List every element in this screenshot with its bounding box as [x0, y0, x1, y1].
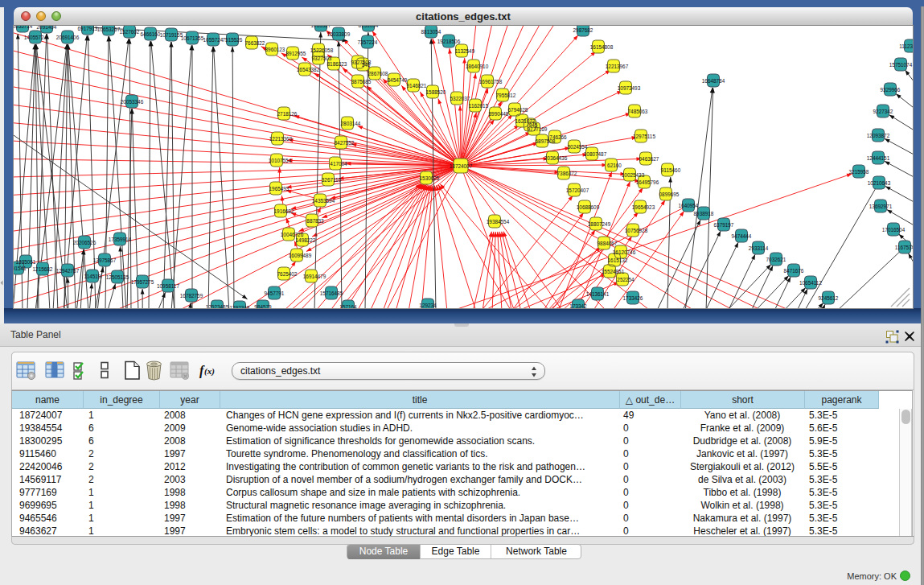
svg-text:7663822: 7663822: [245, 40, 265, 46]
svg-text:1167534: 1167534: [895, 245, 913, 250]
svg-text:14136141: 14136141: [586, 291, 610, 297]
svg-text:16099489: 16099489: [289, 253, 312, 258]
svg-text:20206526: 20206526: [73, 240, 97, 245]
svg-text:16495796: 16495796: [636, 179, 659, 185]
svg-text:1530025: 1530025: [420, 175, 440, 181]
svg-text:18807249: 18807249: [588, 221, 611, 227]
svg-text:417004: 417004: [330, 161, 347, 167]
svg-text:157164: 157164: [339, 304, 357, 309]
svg-text:9115460: 9115460: [661, 167, 681, 173]
svg-text:12093872: 12093872: [867, 133, 890, 138]
svg-text:5322037: 5322037: [450, 96, 470, 101]
svg-text:16033809: 16033809: [327, 31, 351, 37]
svg-text:20364436: 20364436: [544, 155, 568, 161]
svg-text:17957275: 17957275: [131, 279, 154, 285]
svg-text:10654112: 10654112: [799, 280, 822, 286]
svg-text:16782759: 16782759: [180, 293, 203, 299]
svg-text:1588520: 1588520: [426, 89, 446, 95]
svg-text:7625402: 7625402: [277, 271, 298, 277]
svg-text:17359914: 17359914: [109, 237, 132, 242]
svg-text:9146821: 9146821: [407, 83, 427, 89]
svg-text:1916682: 1916682: [274, 208, 294, 214]
svg-text:62160: 62160: [607, 163, 622, 168]
svg-text:252254: 252254: [617, 277, 634, 282]
svg-text:13975867: 13975867: [93, 257, 117, 263]
svg-text:11123079: 11123079: [899, 43, 913, 49]
svg-text:8131054: 8131054: [359, 26, 379, 28]
svg-text:1292348: 1292348: [230, 305, 250, 309]
svg-text:2987682: 2987682: [573, 27, 593, 33]
svg-text:1615132: 1615132: [608, 257, 628, 263]
svg-text:1733426: 1733426: [623, 295, 643, 301]
svg-text:546: 546: [362, 62, 371, 68]
svg-text:7515526: 7515526: [223, 37, 243, 43]
svg-text:19218506: 19218506: [437, 39, 461, 44]
svg-text:1055724: 1055724: [203, 37, 224, 43]
svg-text:9474444: 9474444: [732, 233, 752, 239]
svg-text:14055724: 14055724: [24, 35, 47, 40]
svg-text:16120746: 16120746: [613, 249, 636, 255]
svg-text:391541: 391541: [14, 266, 27, 271]
svg-text:16961758: 16961758: [479, 79, 503, 84]
svg-text:12505135: 12505135: [106, 274, 129, 280]
svg-text:16648784: 16648784: [702, 78, 725, 84]
svg-text:10973493: 10973493: [618, 85, 641, 91]
svg-text:15524851: 15524851: [602, 269, 625, 274]
svg-text:7386372: 7386372: [557, 171, 577, 176]
svg-text:129234: 129234: [419, 303, 437, 308]
svg-text:10107554: 10107554: [269, 158, 292, 163]
svg-text:10653267: 10653267: [97, 27, 121, 32]
svg-text:14353594: 14353594: [312, 198, 335, 204]
svg-text:8471676: 8471676: [784, 268, 804, 274]
svg-text:6897508: 6897508: [536, 138, 556, 144]
svg-text:12942757: 12942757: [56, 268, 80, 274]
svg-text:10210643: 10210643: [868, 180, 891, 186]
svg-text:18724007: 18724007: [450, 163, 473, 169]
svg-text:0899695: 0899695: [659, 192, 680, 197]
svg-text:15226058: 15226058: [310, 47, 334, 53]
svg-text:10046726: 10046726: [281, 232, 304, 237]
svg-text:15716485: 15716485: [320, 290, 343, 296]
svg-text:10958117: 10958117: [157, 283, 179, 289]
svg-text:7357224: 7357224: [358, 39, 378, 45]
svg-text:10719155: 10719155: [160, 32, 183, 38]
svg-text:6466160: 6466160: [141, 31, 161, 37]
svg-text:10025433: 10025433: [622, 172, 645, 178]
svg-text:20053346: 20053346: [121, 99, 144, 105]
svg-text:19654923: 19654923: [632, 204, 655, 210]
svg-text:9329966: 9329966: [881, 87, 901, 93]
svg-text:9227342: 9227342: [873, 109, 893, 114]
svg-text:3024554: 3024554: [568, 144, 588, 150]
svg-text:12923485: 12923485: [206, 304, 229, 309]
svg-text:10807487: 10807487: [584, 151, 607, 157]
svg-text:1498222: 1498222: [296, 237, 316, 243]
svg-text:8938918: 8938918: [694, 211, 714, 216]
svg-text:1132549: 1132549: [455, 48, 475, 54]
svg-text:15720407: 15720407: [566, 187, 589, 193]
svg-text:2055714: 2055714: [14, 26, 33, 29]
svg-text:10688609: 10688609: [577, 204, 600, 210]
svg-text:2867608: 2867608: [368, 71, 388, 76]
svg-text:6379197: 6379197: [714, 222, 734, 228]
svg-text:2091404: 2091404: [37, 26, 57, 30]
svg-text:20691406: 20691406: [56, 35, 80, 40]
svg-text:13692971: 13692971: [869, 204, 893, 209]
svg-text:12444151: 12444151: [867, 155, 890, 161]
svg-text:1162615: 1162615: [469, 103, 489, 109]
svg-text:9884067: 9884067: [598, 241, 618, 246]
svg-text:3215958: 3215958: [849, 169, 869, 175]
svg-text:1527602: 1527602: [120, 29, 140, 35]
svg-text:12975115: 12975115: [633, 134, 655, 139]
svg-text:12213369: 12213369: [269, 136, 293, 142]
svg-text:(x): (x): [204, 366, 215, 377]
svg-text:7032621: 7032621: [766, 257, 786, 262]
svg-text:6917913: 6917913: [78, 26, 98, 31]
svg-text:8186323: 8186323: [327, 61, 347, 67]
svg-text:7485063: 7485063: [628, 109, 648, 114]
svg-text:9245612: 9245612: [819, 295, 839, 301]
svg-text:19384554: 19384554: [487, 219, 510, 225]
svg-text:16154808: 16154808: [590, 44, 614, 50]
svg-text:6794028: 6794028: [508, 107, 528, 113]
svg-text:8912955: 8912955: [286, 51, 306, 56]
svg-text:9457791: 9457791: [265, 290, 285, 296]
